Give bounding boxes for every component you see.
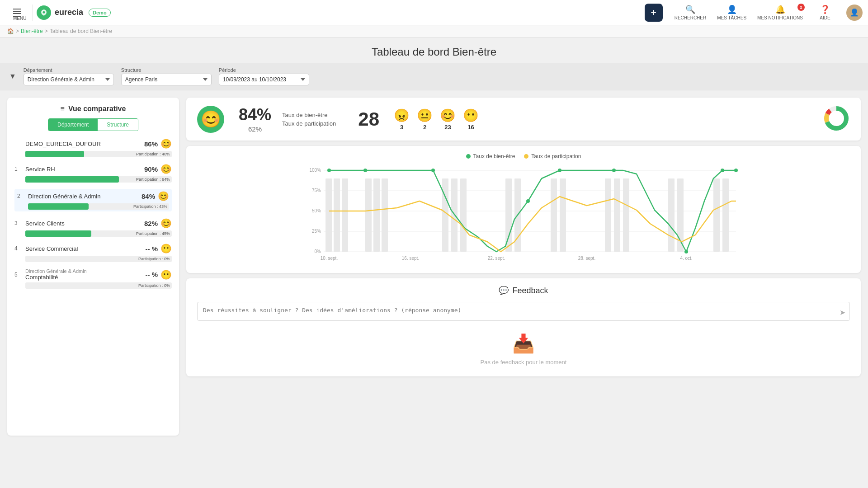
filter-icon: ▼: [9, 72, 16, 80]
feedback-title: 💬 Feedback: [197, 286, 850, 296]
breadcrumb-bien-etre-link[interactable]: Bien-être: [21, 28, 43, 34]
bar-fill-1: [25, 176, 119, 183]
svg-rect-16: [334, 178, 340, 252]
breadcrumb-home-icon[interactable]: 🏠: [7, 28, 14, 34]
svg-rect-30: [623, 178, 629, 252]
svg-point-35: [327, 169, 331, 172]
notifications-button[interactable]: 🔔 2 MES NOTIFICATIONS: [753, 0, 807, 25]
feedback-input-row: ➤: [197, 302, 850, 322]
kpi-divider: [347, 106, 347, 133]
donut-wrapper: [823, 105, 850, 133]
kpi-card: 😊 84% 62% Taux de bien-être Taux de part…: [186, 98, 861, 141]
bar-fill-2: [28, 203, 89, 210]
menu-icon: ≡: [61, 105, 65, 113]
svg-point-43: [734, 169, 738, 172]
svg-rect-19: [373, 178, 380, 252]
brand-name: eurecia: [55, 8, 83, 17]
view-toggle-group: Département Structure: [48, 118, 138, 131]
avatar[interactable]: 👤: [846, 5, 863, 21]
dept-row-4: 4 Service Commercial -- % 😶 Participatio…: [14, 243, 172, 262]
svg-point-39: [558, 169, 561, 172]
dept-row-0: DEMO_EURECIA_DUFOUR 86% 😊 Participation …: [14, 138, 172, 157]
feedback-icon: 💬: [499, 286, 509, 296]
feedback-card: 💬 Feedback ➤ 📥 Pas de feedback pour le m…: [186, 278, 861, 376]
breadcrumb-current: Tableau de bord Bien-être: [50, 28, 112, 34]
bar-fill-3: [25, 230, 91, 237]
svg-rect-27: [560, 178, 566, 252]
svg-point-0: [43, 11, 45, 13]
add-button[interactable]: +: [645, 4, 663, 22]
emotion-unknown: 😶 16: [463, 108, 479, 131]
periode-select[interactable]: 10/09/2023 au 10/10/2023: [219, 74, 309, 85]
brand-logo: eurecia Demo: [37, 5, 111, 20]
kpi-smiley-big: 😊: [197, 106, 224, 133]
bell-icon: 🔔: [775, 5, 785, 14]
svg-rect-24: [505, 178, 512, 252]
periode-label: Période: [219, 67, 309, 73]
page-title: Tableau de bord Bien-être: [0, 46, 868, 58]
donut-chart: [823, 105, 850, 132]
dept-row-5: 5 Direction Générale & Admin Comptabilit…: [14, 268, 172, 289]
right-panel: 😊 84% 62% Taux de bien-être Taux de part…: [186, 98, 861, 436]
notification-badge: 2: [797, 4, 805, 11]
kpi-main: 84% 62%: [239, 105, 271, 133]
feedback-send-button[interactable]: ➤: [840, 308, 845, 316]
svg-point-36: [363, 169, 367, 172]
bar-1: Participation : 64%: [25, 176, 172, 183]
tasks-button[interactable]: 👤 MES TÂCHES: [712, 0, 751, 25]
svg-rect-23: [460, 178, 467, 252]
feedback-empty-state: 📥 Pas de feedback pour le moment: [197, 322, 850, 369]
svg-rect-29: [614, 178, 620, 252]
svg-text:10. sept.: 10. sept.: [321, 256, 338, 261]
svg-text:50%: 50%: [312, 208, 321, 213]
svg-point-41: [684, 250, 688, 253]
bar-fill-0: [25, 151, 84, 157]
legend-dot-bien-etre: [466, 154, 471, 159]
dept-row-1: 1 Service RH 90% 😊 Participation : 64%: [14, 164, 172, 183]
svg-text:16. sept.: 16. sept.: [402, 256, 419, 261]
feedback-input[interactable]: [197, 302, 850, 321]
svg-text:28. sept.: 28. sept.: [578, 256, 595, 261]
legend-bien-etre: Taux de bien-être: [466, 153, 515, 160]
svg-rect-26: [551, 178, 557, 252]
toggle-departement[interactable]: Département: [48, 119, 98, 131]
bar-4: Participation : 0%: [25, 256, 172, 262]
svg-text:25%: 25%: [312, 229, 321, 234]
svg-text:0%: 0%: [315, 249, 321, 254]
structure-select[interactable]: Agence Paris: [121, 74, 212, 85]
legend-dot-participation: [524, 154, 528, 159]
menu-label: MENU: [13, 16, 21, 17]
page-title-bar: Tableau de bord Bien-être: [0, 38, 868, 63]
menu-button[interactable]: MENU: [5, 0, 29, 25]
svg-rect-31: [668, 178, 675, 252]
svg-rect-20: [382, 178, 388, 252]
bar-0: Participation : 40%: [25, 151, 172, 157]
kpi-smiley-container: 😊: [197, 106, 224, 133]
svg-rect-28: [605, 178, 611, 252]
dept-row-3: 3 Service Clients 82% 😊 Participation : …: [14, 218, 172, 237]
breadcrumb: 🏠 > Bien-être > Tableau de bord Bien-êtr…: [0, 25, 868, 38]
help-button[interactable]: ❓ AIDE: [809, 0, 841, 25]
svg-point-37: [431, 169, 435, 172]
help-icon: ❓: [820, 5, 830, 14]
structure-filter-group: Structure Agence Paris: [121, 67, 212, 85]
svg-text:75%: 75%: [312, 188, 321, 193]
breadcrumb-separator2: >: [45, 28, 48, 34]
departement-select[interactable]: Direction Générale & Admin: [24, 74, 114, 85]
search-icon: 🔍: [685, 5, 695, 14]
svg-text:22. sept.: 22. sept.: [488, 256, 505, 261]
toggle-structure[interactable]: Structure: [98, 119, 138, 131]
top-nav: MENU eurecia Demo + 🔍 RECHERCHER 👤 MES T…: [0, 0, 868, 25]
vue-comparative-title: ≡ Vue comparative: [14, 105, 172, 113]
kpi-labels: Taux de bien-être Taux de participation: [282, 112, 336, 127]
svg-point-40: [612, 169, 616, 172]
departement-filter-group: Département Direction Générale & Admin: [24, 67, 114, 85]
legend-participation: Taux de participation: [524, 153, 581, 160]
left-panel: ≡ Vue comparative Département Structure …: [7, 98, 179, 436]
svg-rect-18: [365, 178, 372, 252]
svg-point-42: [721, 169, 724, 172]
main-chart-svg: 100% 75% 50% 25% 0%: [193, 165, 854, 264]
brand-icon: [37, 5, 51, 20]
inbox-icon: 📥: [512, 333, 535, 354]
search-button[interactable]: 🔍 RECHERCHER: [670, 0, 711, 25]
